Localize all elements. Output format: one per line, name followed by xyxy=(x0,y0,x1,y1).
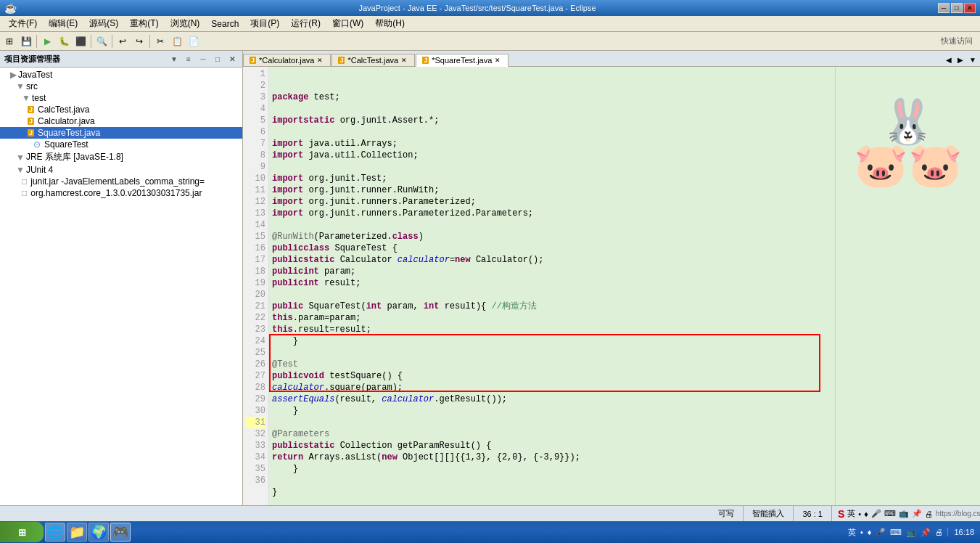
tree-label: org.hamcrest.core_1.3.0.v201303031735.ja… xyxy=(30,188,202,198)
status-writable: 可写 xyxy=(709,506,744,521)
toolbar-btn-cut[interactable]: ✂ xyxy=(152,33,168,49)
code-line-18 xyxy=(272,289,832,301)
maximize-button[interactable]: □ xyxy=(951,3,963,13)
sidebar-close-icon[interactable]: ✕ xyxy=(226,53,238,65)
line-number-36: 36 xyxy=(246,475,265,486)
tab-*CalcTest.java[interactable]: J *CalcTest.java ✕ xyxy=(332,54,415,66)
tree-label: JRE 系统库 [JavaSE-1.8] xyxy=(26,151,123,163)
tree-item-org.hamcrest.core_1.3.0.v201303031735.jar[interactable]: □ org.hamcrest.core_1.3.0.v201303031735.… xyxy=(0,187,242,199)
line-number-30: 30 xyxy=(246,405,265,417)
code-line-29 xyxy=(272,417,832,428)
editor-area: J *Calculator.java ✕J *CalcTest.java ✕J … xyxy=(243,51,980,505)
title-bar-controls: ─ □ ✕ xyxy=(938,3,976,13)
code-line-9: import org.junit.runner.RunWith; xyxy=(272,184,832,196)
tab-close-btn[interactable]: ✕ xyxy=(401,57,407,64)
menu-item-重构(T)[interactable]: 重构(T) xyxy=(124,16,164,31)
minimize-button[interactable]: ─ xyxy=(938,3,950,13)
toolbar-btn-run[interactable]: ▶ xyxy=(39,33,55,49)
menu-item-Search[interactable]: Search xyxy=(205,17,244,30)
code-line-32: return Arrays.asList(new Object[][]{{1,3… xyxy=(272,452,832,463)
tree-item-JavaTest[interactable]: ▶ JavaTest xyxy=(0,69,242,81)
tab-close-btn[interactable]: ✕ xyxy=(317,57,323,64)
line-number-13: 13 xyxy=(246,208,265,219)
title-bar-title: JavaProject - Java EE - JavaTest/src/tes… xyxy=(17,4,938,12)
taskbar-ime: 英 xyxy=(848,527,856,538)
tab-*Calculator.java[interactable]: J *Calculator.java ✕ xyxy=(243,54,331,66)
tree-item-JRE-系统库-[JavaSE-1.8][interactable]: ▼ JRE 系统库 [JavaSE-1.8] xyxy=(0,150,242,164)
toolbar-btn-search[interactable]: 🔍 xyxy=(94,33,110,49)
decoration-image: 🐰🐷🐷 xyxy=(854,103,963,190)
main-layout: 项目资源管理器 ▼ ≡ ─ □ ✕ ▶ JavaTest▼ src▼ testJ… xyxy=(0,51,980,505)
tree-item-junit.jar--JavaElementLabels_comma_string=[interactable]: □ junit.jar -JavaElementLabels_comma_str… xyxy=(0,176,242,187)
tab-scroll-right[interactable]: ▶ xyxy=(955,55,965,65)
status-url: https://blog.csdn.net/m01... xyxy=(936,510,980,518)
menu-item-浏览(N)[interactable]: 浏览(N) xyxy=(165,16,206,31)
line-number-14: 14 xyxy=(246,219,265,231)
code-editor[interactable]: 1234567891011121314151617181920212223242… xyxy=(243,67,980,505)
menu-item-窗口(W)[interactable]: 窗口(W) xyxy=(326,16,369,31)
tab-list[interactable]: ▼ xyxy=(967,55,979,65)
sidebar-menu-icon[interactable]: ≡ xyxy=(183,53,194,65)
start-button[interactable]: ⊞ xyxy=(0,522,44,542)
tree-item-SquareTest.java[interactable]: JSquareTest.java xyxy=(0,127,242,139)
code-line-17: public int result; xyxy=(272,277,832,289)
code-line-21: this.result=result; xyxy=(272,324,832,335)
line-number-24: 24 xyxy=(246,335,265,347)
menu-item-帮助(H)[interactable]: 帮助(H) xyxy=(369,16,411,31)
tree-item-JUnit-4[interactable]: ▼ JUnit 4 xyxy=(0,164,242,176)
line-number-11: 11 xyxy=(246,184,265,196)
sidebar-collapse-icon[interactable]: ▼ xyxy=(168,53,180,65)
tree-icon: □ xyxy=(22,176,27,187)
tree-item-src[interactable]: ▼ src xyxy=(0,81,242,92)
tree-item-test[interactable]: ▼ test xyxy=(0,92,242,104)
tree-item-CalcTest.java[interactable]: JCalcTest.java xyxy=(0,104,242,115)
menu-item-项目(P)[interactable]: 项目(P) xyxy=(244,16,285,31)
menu-item-源码(S)[interactable]: 源码(S) xyxy=(83,16,124,31)
line-number-1: 1 xyxy=(246,68,265,80)
taskbar-app-explorer[interactable]: 📁 xyxy=(67,523,87,542)
tree-item-SquareTest[interactable]: ⊙ SquareTest xyxy=(0,139,242,150)
code-content[interactable]: package test; import static org.junit.As… xyxy=(269,67,835,505)
tree-icon: J xyxy=(28,118,34,125)
code-line-28: } xyxy=(272,405,832,417)
line-number-35: 35 xyxy=(246,463,265,475)
toolbar-btn-undo[interactable]: ↩ xyxy=(115,33,131,49)
code-line-24: @Test xyxy=(272,359,832,370)
sidebar-minimize-icon[interactable]: ─ xyxy=(197,53,209,65)
toolbar-btn-redo[interactable]: ↪ xyxy=(131,33,147,49)
toolbar-btn-new[interactable]: ⊞ xyxy=(1,33,17,49)
status-smart-insert: 智能插入 xyxy=(744,506,794,521)
tree-item-Calculator.java[interactable]: JCalculator.java xyxy=(0,115,242,127)
code-line-25: public void testSquare() { xyxy=(272,370,832,382)
taskbar-app-chrome[interactable]: 🌍 xyxy=(88,523,109,542)
line-number-16: 16 xyxy=(246,242,265,254)
menu-item-编辑(E)[interactable]: 编辑(E) xyxy=(43,16,83,31)
line-number-20: 20 xyxy=(246,289,265,301)
menu-item-文件(F)[interactable]: 文件(F) xyxy=(3,16,43,31)
status-right: S 英 • ♦ 🎤 ⌨ 📺 📌 🖨 https://blog.csdn.net/… xyxy=(832,508,977,520)
taskbar-app-eclipse[interactable]: 🎮 xyxy=(110,523,131,542)
close-button[interactable]: ✕ xyxy=(964,3,976,13)
sidebar-title: 项目资源管理器 xyxy=(4,54,60,65)
code-line-27: assertEquals(result, calculator.getResul… xyxy=(272,393,832,405)
toolbar-btn-paste[interactable]: 📄 xyxy=(186,33,202,49)
line-number-26: 26 xyxy=(246,359,265,370)
tree-label: JavaTest xyxy=(18,70,52,80)
toolbar-btn-save[interactable]: 💾 xyxy=(18,33,34,49)
code-line-26: calculator.square(param); xyxy=(272,382,832,393)
tab-label: *CalcTest.java xyxy=(347,56,398,65)
line-number-17: 17 xyxy=(246,254,265,266)
toolbar-btn-stop[interactable]: ⬛ xyxy=(73,33,88,49)
tab-scroll-left[interactable]: ◀ xyxy=(944,55,954,65)
menu-item-运行(R)[interactable]: 运行(R) xyxy=(285,16,326,31)
status-bar: 可写 智能插入 36 : 1 S 英 • ♦ 🎤 ⌨ 📺 📌 🖨 https:/… xyxy=(0,505,980,521)
tab-close-btn[interactable]: ✕ xyxy=(495,57,501,64)
title-bar: ☕ JavaProject - Java EE - JavaTest/src/t… xyxy=(0,0,980,16)
taskbar-app-ie[interactable]: 🌐 xyxy=(45,523,65,542)
taskbar-clock[interactable]: 16:18 xyxy=(947,528,974,536)
code-line-2 xyxy=(272,103,832,115)
tab-*SquareTest.java[interactable]: J *SquareTest.java ✕ xyxy=(416,54,508,67)
toolbar-btn-debug[interactable]: 🐛 xyxy=(56,33,72,49)
sidebar-maximize-icon[interactable]: □ xyxy=(212,53,223,65)
toolbar-btn-copy[interactable]: 📋 xyxy=(169,33,185,49)
